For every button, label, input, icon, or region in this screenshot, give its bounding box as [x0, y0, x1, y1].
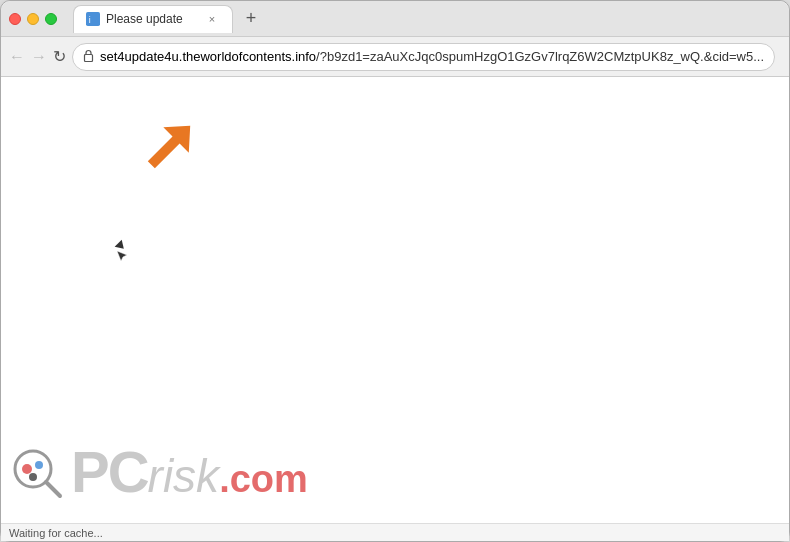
title-bar: i Please update × +: [1, 1, 789, 37]
tabs-bar: i Please update × +: [73, 5, 781, 33]
maximize-button[interactable]: [45, 13, 57, 25]
svg-marker-5: [139, 113, 203, 177]
svg-rect-2: [85, 55, 93, 62]
svg-point-8: [35, 461, 43, 469]
tab-close-button[interactable]: ×: [204, 11, 220, 27]
svg-point-7: [22, 464, 32, 474]
bookmark-button[interactable]: ☆: [781, 43, 790, 71]
address-bar[interactable]: set4update4u.theworldofcontents.info/?b9…: [72, 43, 775, 71]
watermark-text-group: PCrisk.com: [71, 443, 308, 503]
status-text: Waiting for cache...: [9, 527, 103, 539]
toolbar: ← → ↻ set4update4u.theworldofcontents.in…: [1, 37, 789, 77]
new-tab-button[interactable]: +: [237, 5, 265, 33]
back-button[interactable]: ←: [9, 43, 25, 71]
watermark-logo-icon: [11, 447, 63, 499]
toolbar-actions: ☆ ×: [781, 43, 790, 71]
tab-title: Please update: [106, 12, 198, 26]
tab-favicon: i: [86, 12, 100, 26]
address-path: /?b9zd1=zaAuXcJqc0spumHzgO1GzGv7lrqZ6W2C…: [316, 49, 764, 64]
close-button[interactable]: [9, 13, 21, 25]
reload-button[interactable]: ↻: [53, 43, 66, 71]
page-content: PCrisk.com: [1, 77, 789, 523]
watermark: PCrisk.com: [11, 443, 308, 503]
lock-icon: [83, 49, 94, 64]
status-bar: Waiting for cache...: [1, 523, 789, 541]
window-controls: [9, 13, 57, 25]
minimize-button[interactable]: [27, 13, 39, 25]
watermark-risk: risk: [148, 450, 220, 502]
mouse-cursor: [116, 242, 124, 250]
address-domain: set4update4u.theworldofcontents.info: [100, 49, 316, 64]
forward-button[interactable]: →: [31, 43, 47, 71]
svg-point-9: [29, 473, 37, 481]
browser-window: i Please update × + ← → ↻ set4update4u.t…: [0, 0, 790, 542]
active-tab[interactable]: i Please update ×: [73, 5, 233, 33]
address-text: set4update4u.theworldofcontents.info/?b9…: [100, 49, 764, 64]
svg-text:i: i: [89, 15, 91, 25]
arrow-svg: [129, 107, 209, 187]
svg-line-10: [46, 482, 60, 496]
watermark-pc: PC: [71, 439, 148, 504]
watermark-com: .com: [219, 458, 308, 500]
